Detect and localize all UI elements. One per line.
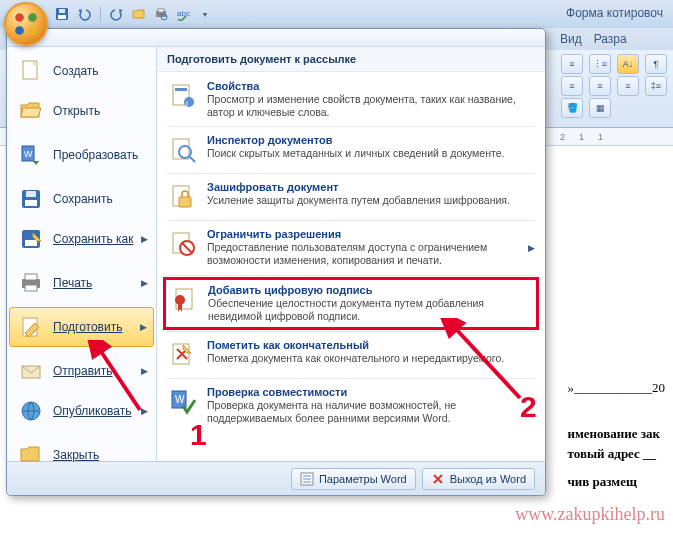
options-icon [300, 472, 314, 486]
sub-item-markfinal[interactable]: Пометить как окончательныйПометка докуме… [163, 333, 539, 377]
menu-item-print[interactable]: Печать ▶ [9, 263, 154, 303]
save-disk-icon [17, 185, 45, 213]
printer-icon [17, 269, 45, 297]
undo-icon[interactable] [76, 6, 92, 22]
svg-text:W: W [24, 149, 33, 159]
indent-dec-button[interactable]: ≡ [561, 76, 583, 96]
document-body: »____________20 именование зак товый адр… [568, 380, 666, 494]
svg-rect-8 [158, 9, 164, 12]
svg-rect-21 [25, 285, 37, 291]
save-icon[interactable] [54, 6, 70, 22]
prepare-icon [17, 313, 45, 341]
encrypt-lock-icon [167, 181, 199, 213]
window-title: Форма котировоч [566, 6, 663, 20]
svg-point-0 [15, 13, 24, 22]
submenu-arrow-icon: ▶ [141, 234, 148, 244]
final-stamp-icon [167, 339, 199, 371]
submenu-header: Подготовить документ к рассылке [157, 47, 545, 72]
menu-label: Подготовить [53, 320, 122, 334]
redo-icon[interactable] [109, 6, 125, 22]
sub-item-compat[interactable]: W Проверка совместимостиПроверка докумен… [163, 380, 539, 431]
qat-separator [100, 6, 101, 22]
convert-icon: W [17, 141, 45, 169]
exit-icon [431, 472, 445, 486]
svg-rect-32 [179, 197, 191, 207]
svg-point-36 [175, 295, 185, 305]
svg-text:abc: abc [177, 9, 190, 18]
publish-icon [17, 397, 45, 425]
shading-button[interactable]: 🪣 [561, 98, 583, 118]
office-menu-left: Создать Открыть W Преобразовать Сохранит… [7, 47, 157, 461]
svg-text:i: i [186, 99, 188, 108]
menu-item-save[interactable]: Сохранить [9, 179, 154, 219]
menu-label: Создать [53, 64, 99, 78]
indent-inc-button[interactable]: ≡ [589, 76, 611, 96]
menu-label: Сохранить [53, 192, 113, 206]
svg-rect-20 [25, 274, 37, 280]
compat-check-icon: W [167, 386, 199, 418]
print-preview-icon[interactable] [153, 6, 169, 22]
word-options-button[interactable]: Параметры Word [291, 468, 416, 490]
tab-developer[interactable]: Разра [594, 32, 627, 46]
showmarks-button[interactable]: ¶ [645, 54, 667, 74]
align-button[interactable]: ≡ [617, 76, 639, 96]
svg-rect-18 [25, 240, 37, 246]
open-folder-icon [17, 97, 45, 125]
svg-point-3 [28, 26, 37, 35]
menu-item-prepare[interactable]: Подготовить ▶ [9, 307, 154, 347]
menu-item-open[interactable]: Открыть [9, 91, 154, 131]
sub-item-digital-signature[interactable]: Добавить цифровую подписьОбеспечение цел… [163, 277, 539, 330]
signature-ribbon-icon [168, 284, 200, 316]
menu-label: Закрыть [53, 448, 99, 462]
sub-item-inspect[interactable]: Инспектор документовПоиск скрытых метада… [163, 128, 539, 172]
submenu-arrow-icon: ▶ [528, 243, 535, 253]
svg-text:W: W [175, 394, 185, 405]
menu-item-saveas[interactable]: Сохранить как ▶ [9, 219, 154, 259]
exit-word-button[interactable]: Выход из Word [422, 468, 535, 490]
svg-point-2 [15, 26, 24, 35]
open-icon[interactable] [131, 6, 147, 22]
menu-label: Отправить [53, 364, 113, 378]
restrict-icon [167, 228, 199, 260]
quick-access-toolbar: abc ▾ [54, 6, 213, 22]
menu-label: Печать [53, 276, 92, 290]
submenu-arrow-icon: ▶ [141, 366, 148, 376]
svg-rect-15 [25, 200, 37, 206]
office-button[interactable] [4, 2, 48, 46]
submenu-arrow-icon: ▶ [140, 322, 147, 332]
menu-label: Преобразовать [53, 148, 138, 162]
menu-label: Открыть [53, 104, 100, 118]
linespacing-button[interactable]: ‡≡ [645, 76, 667, 96]
menu-item-close[interactable]: Закрыть [9, 435, 154, 475]
office-menu: Создать Открыть W Преобразовать Сохранит… [6, 28, 546, 496]
svg-rect-16 [26, 191, 36, 197]
menu-item-send[interactable]: Отправить ▶ [9, 351, 154, 391]
menu-label: Сохранить как [53, 232, 133, 246]
sub-item-properties[interactable]: i СвойстваПросмотр и изменение свойств д… [163, 74, 539, 125]
properties-icon: i [167, 80, 199, 112]
svg-rect-5 [58, 15, 66, 19]
tab-view[interactable]: Вид [560, 32, 582, 46]
bullets-button[interactable]: ≡ [561, 54, 583, 74]
sub-item-restrict[interactable]: Ограничить разрешенияПредоставление поль… [163, 222, 539, 273]
numbering-button[interactable]: ⋮≡ [589, 54, 611, 74]
send-icon [17, 357, 45, 385]
svg-rect-26 [175, 88, 187, 91]
menu-item-new[interactable]: Создать [9, 51, 154, 91]
close-folder-icon [17, 441, 45, 469]
spellcheck-icon[interactable]: abc [175, 6, 191, 22]
office-menu-right: Подготовить документ к рассылке i Свойст… [157, 47, 545, 461]
menu-item-convert[interactable]: W Преобразовать [9, 135, 154, 175]
submenu-arrow-icon: ▶ [141, 406, 148, 416]
submenu-arrow-icon: ▶ [141, 278, 148, 288]
sub-item-encrypt[interactable]: Зашифровать документУсиление защиты доку… [163, 175, 539, 219]
sort-button[interactable]: A↓ [617, 54, 639, 74]
watermark: www.zakupkihelp.ru [515, 504, 665, 525]
saveas-icon [17, 225, 45, 253]
borders-button[interactable]: ▦ [589, 98, 611, 118]
svg-point-1 [28, 13, 37, 22]
menu-label: Опубликовать [53, 404, 131, 418]
svg-rect-6 [59, 9, 65, 13]
menu-item-publish[interactable]: Опубликовать ▶ [9, 391, 154, 431]
qat-more-icon[interactable]: ▾ [197, 6, 213, 22]
